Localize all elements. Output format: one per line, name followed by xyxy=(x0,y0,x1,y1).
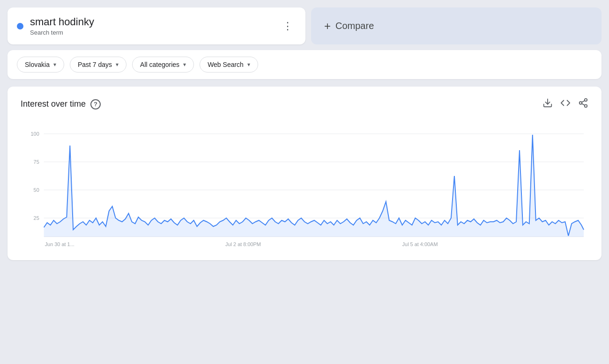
category-label: All categories xyxy=(140,61,179,68)
chart-title-group: Interest over time ? xyxy=(21,99,101,109)
region-chevron-icon: ▾ xyxy=(53,61,56,68)
region-label: Slovakia xyxy=(25,61,50,68)
compare-card[interactable]: + Compare xyxy=(311,7,602,44)
category-chevron-icon: ▾ xyxy=(183,61,186,68)
time-range-label: Past 7 days xyxy=(78,61,112,68)
search-type-filter[interactable]: Web Search ▾ xyxy=(200,57,258,73)
share-icon[interactable] xyxy=(578,98,588,110)
svg-line-4 xyxy=(582,103,585,105)
y-label-25: 25 xyxy=(34,215,39,221)
svg-line-5 xyxy=(582,101,585,102)
help-icon[interactable]: ? xyxy=(90,99,101,109)
chart-header: Interest over time ? xyxy=(21,98,588,110)
chart-svg: 100 75 50 25 Jun 30 at 1... Jul 2 at 8:0… xyxy=(21,120,588,251)
time-chevron-icon: ▾ xyxy=(116,61,119,68)
y-label-100: 100 xyxy=(31,131,39,137)
y-label-75: 75 xyxy=(34,159,39,165)
category-filter[interactable]: All categories ▾ xyxy=(132,57,194,73)
search-type-label: Web Search xyxy=(208,61,244,68)
search-type-chevron-icon: ▾ xyxy=(247,61,250,68)
time-range-filter[interactable]: Past 7 days ▾ xyxy=(70,57,126,73)
embed-icon[interactable] xyxy=(560,98,571,110)
search-term-card: smart hodinky Search term ⋮ xyxy=(7,7,305,44)
filters-bar: Slovakia ▾ Past 7 days ▾ All categories … xyxy=(7,50,602,79)
x-label-jun30: Jun 30 at 1... xyxy=(45,241,74,247)
more-options-button[interactable]: ⋮ xyxy=(279,18,296,35)
compare-label: Compare xyxy=(335,21,374,31)
chart-area: 100 75 50 25 Jun 30 at 1... Jul 2 at 8:0… xyxy=(21,120,588,251)
search-term-dot xyxy=(17,23,23,29)
x-label-jul2: Jul 2 at 8:00PM xyxy=(225,241,261,247)
search-term-label: smart hodinky xyxy=(30,16,94,28)
chart-actions xyxy=(542,98,588,110)
compare-plus-icon: + xyxy=(324,20,331,33)
download-icon[interactable] xyxy=(542,98,553,110)
search-term-sublabel: Search term xyxy=(30,29,94,36)
region-filter[interactable]: Slovakia ▾ xyxy=(17,57,64,73)
chart-title: Interest over time xyxy=(21,99,86,109)
search-term-left: smart hodinky Search term xyxy=(17,16,94,36)
interest-over-time-card: Interest over time ? 100 75 50 xyxy=(7,87,602,260)
x-label-jul5: Jul 5 at 4:00AM xyxy=(402,241,438,247)
search-term-text: smart hodinky Search term xyxy=(30,16,94,36)
y-label-50: 50 xyxy=(34,187,39,193)
